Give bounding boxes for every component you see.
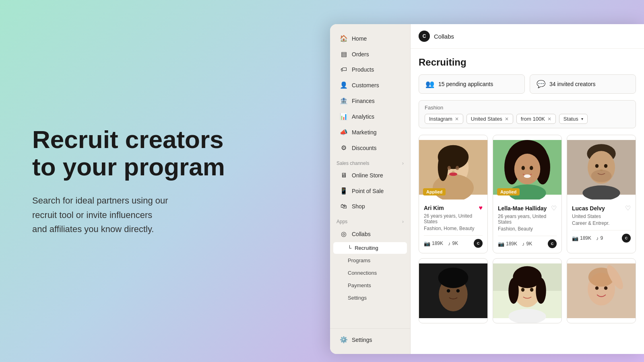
sidebar: 🏠 Home ▤ Orders 🏷 Products 👤 Customers 🏦… — [330, 24, 411, 354]
sidebar-item-orders[interactable]: ▤ Orders — [333, 47, 407, 62]
svg-point-26 — [591, 170, 612, 182]
main-content: C Collabs Recruiting 👥 15 pending applic… — [411, 24, 644, 354]
stats-row: 👥 15 pending applicants 💬 34 invited cre… — [419, 74, 636, 94]
settings-icon: ⚙️ — [340, 336, 348, 343]
sidebar-item-finances[interactable]: 🏦 Finances — [333, 93, 407, 108]
creator-card-lucas[interactable]: Lucas Delvy ♡ United States Career & Ent… — [567, 135, 636, 253]
page-title: Recruiting — [419, 57, 636, 68]
instagram-stat-lella: 📷 189K — [498, 241, 517, 247]
creator-image-6 — [567, 259, 636, 323]
filter-instagram[interactable]: Instagram ✕ — [425, 114, 463, 124]
sidebar-item-shop[interactable]: 🛍 Shop — [333, 199, 407, 214]
filter-category: Fashion — [425, 105, 630, 111]
online-store-icon: 🖥 — [340, 172, 348, 179]
filter-from-100k[interactable]: from 100K ✕ — [516, 114, 556, 124]
filter-100k-remove[interactable]: ✕ — [547, 116, 551, 122]
sidebar-item-online-store[interactable]: 🖥 Online Store — [333, 168, 407, 183]
sidebar-item-marketing[interactable]: 📣 Marketing — [333, 125, 407, 140]
customers-icon: 👤 — [340, 81, 348, 89]
creator-name-row-lucas: Lucas Delvy ♡ — [572, 204, 631, 212]
sales-channels-label: Sales channels › — [330, 156, 410, 168]
sidebar-subitem-connections[interactable]: Connections — [333, 267, 407, 279]
sidebar-item-collabs[interactable]: ◎ Collabs — [333, 226, 407, 241]
hero-panel: Recruit creators to your program Search … — [0, 94, 262, 268]
sidebar-item-home[interactable]: 🏠 Home — [333, 31, 407, 46]
sidebar-bottom: ⚙️ Settings — [330, 328, 410, 348]
instagram-stat-lucas: 📷 189K — [572, 235, 591, 241]
instagram-stat-ari: 📷 189K — [424, 241, 443, 247]
collabs-badge-lella: C — [548, 239, 557, 248]
sidebar-item-customers[interactable]: 👤 Customers — [333, 78, 407, 93]
creator-stats-lella: 📷 189K ♪ 9K C — [498, 236, 557, 248]
instagram-icon-lella: 📷 — [498, 241, 504, 247]
sidebar-subitem-payments[interactable]: Payments — [333, 280, 407, 291]
favorite-icon-lucas[interactable]: ♡ — [625, 204, 631, 212]
svg-point-31 — [447, 289, 450, 293]
svg-point-4 — [438, 154, 448, 181]
creator-age-ari: 26 years years, United States — [424, 213, 483, 224]
apps-arrow: › — [402, 219, 404, 224]
filter-us-label: United States — [471, 116, 502, 122]
svg-point-6 — [456, 166, 459, 170]
sidebar-item-discounts[interactable]: ⚙ Discounts — [333, 140, 407, 155]
filter-tags: Instagram ✕ United States ✕ from 100K ✕ … — [425, 114, 630, 124]
creator-card-5[interactable] — [493, 258, 562, 323]
pos-icon: 📱 — [340, 187, 348, 195]
marketing-icon: 📣 — [340, 128, 348, 136]
creator-name-row-lella: Lella-Mae Halliday ♡ — [498, 204, 557, 212]
collabs-badge-lucas: C — [622, 234, 631, 243]
home-icon: 🏠 — [340, 35, 348, 42]
sidebar-subitem-settings[interactable]: Settings — [333, 292, 407, 304]
filter-instagram-remove[interactable]: ✕ — [455, 116, 459, 122]
creator-card-6[interactable] — [567, 258, 636, 323]
filter-united-states[interactable]: United States ✕ — [466, 114, 513, 124]
creator-tags-lucas: Career & Entrepr. — [572, 220, 631, 226]
products-icon: 🏷 — [340, 66, 348, 73]
creator-loc-lucas: United States — [572, 214, 631, 219]
sidebar-item-analytics[interactable]: 📊 Analytics — [333, 109, 407, 124]
svg-point-14 — [514, 154, 541, 185]
creator-card-ari-kim[interactable]: Applied Ari Kim ♥ 26 years years, United… — [419, 135, 488, 253]
svg-point-16 — [530, 166, 533, 170]
filter-status[interactable]: Status ▾ — [559, 114, 588, 124]
sidebar-subitem-recruiting[interactable]: └ Recruiting — [333, 242, 407, 254]
creator-image-ari-kim: Applied — [419, 135, 487, 200]
pending-applicants-card[interactable]: 👥 15 pending applicants — [419, 74, 525, 94]
filter-us-remove[interactable]: ✕ — [505, 116, 509, 122]
creator-card-lella[interactable]: Applied Lella-Mae Halliday ♡ 26 years ye… — [493, 135, 562, 253]
sidebar-item-products[interactable]: 🏷 Products — [333, 62, 407, 77]
sidebar-subitem-programs[interactable]: Programs — [333, 255, 407, 266]
filter-instagram-label: Instagram — [429, 116, 452, 122]
apps-label: Apps › — [330, 214, 410, 226]
tiktok-stat-ari: ♪ 9K — [448, 241, 458, 247]
tiktok-icon-lella: ♪ — [522, 241, 525, 247]
svg-point-39 — [521, 288, 525, 292]
sidebar-item-settings[interactable]: ⚙️ Settings — [333, 332, 407, 347]
svg-point-23 — [595, 164, 599, 168]
creator-grid: Applied Ari Kim ♥ 26 years years, United… — [419, 135, 636, 323]
sidebar-item-point-of-sale[interactable]: 📱 Point of Sale — [333, 183, 407, 198]
svg-point-8 — [452, 171, 455, 173]
hero-title: Recruit creators to your program — [32, 126, 229, 181]
favorite-icon-lella[interactable]: ♡ — [551, 204, 557, 212]
applied-badge-lella: Applied — [497, 188, 520, 195]
creator-image-4 — [419, 259, 487, 323]
favorite-icon-ari[interactable]: ♥ — [479, 204, 483, 212]
content-area: Recruiting 👥 15 pending applicants 💬 34 … — [411, 49, 644, 354]
collabs-logo: C — [419, 31, 430, 42]
creator-image-lella: Applied — [493, 135, 561, 200]
creator-name-lucas: Lucas Delvy — [572, 205, 605, 212]
creator-card-4[interactable] — [419, 258, 488, 323]
collabs-sidebar-icon: ◎ — [340, 230, 348, 238]
tiktok-icon-ari: ♪ — [448, 241, 451, 247]
invited-creators-card[interactable]: 💬 34 invited creators — [530, 74, 636, 94]
svg-point-46 — [595, 286, 599, 290]
svg-point-24 — [604, 164, 608, 168]
creator-image-lucas — [567, 135, 636, 200]
orders-icon: ▤ — [340, 50, 348, 58]
creator-image-5 — [493, 259, 561, 323]
filter-100k-label: from 100K — [521, 116, 545, 122]
filter-status-label: Status — [564, 116, 578, 122]
svg-point-30 — [438, 267, 469, 288]
filter-section: Fashion Instagram ✕ United States ✕ from… — [419, 100, 636, 128]
